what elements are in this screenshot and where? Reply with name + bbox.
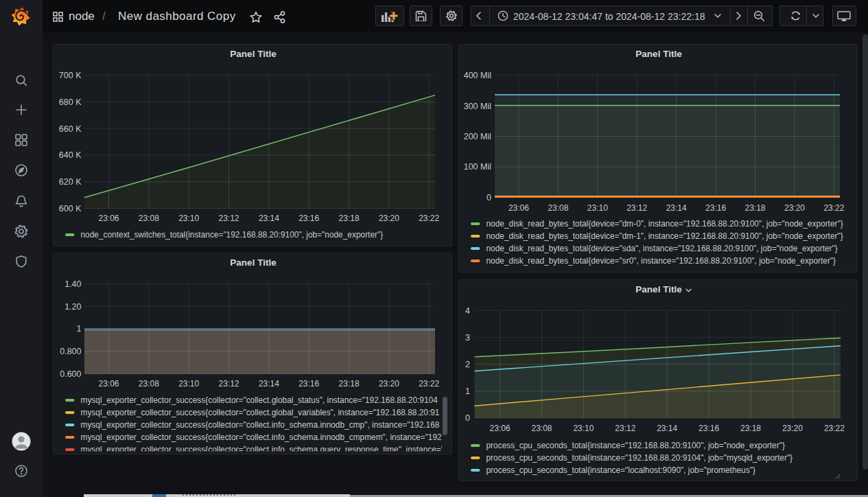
svg-text:node_disk_read_bytes_total{dev: node_disk_read_bytes_total{device="dm-1"…: [486, 231, 843, 241]
svg-text:23:06: 23:06: [508, 203, 529, 213]
svg-text:23:18: 23:18: [339, 379, 360, 389]
svg-text:23:08: 23:08: [531, 424, 552, 433]
svg-text:1.20: 1.20: [64, 302, 81, 312]
svg-text:node_context_switches_total{in: node_context_switches_total{instance="19…: [81, 230, 384, 240]
svg-text:23:22: 23:22: [419, 213, 439, 223]
svg-text:23:16: 23:16: [699, 424, 719, 433]
svg-text:0.600: 0.600: [60, 369, 81, 379]
svg-text:Panel Title: Panel Title: [635, 284, 682, 294]
svg-text:23:10: 23:10: [587, 203, 608, 213]
svg-text:23:10: 23:10: [178, 213, 199, 223]
svg-text:23:14: 23:14: [259, 379, 279, 389]
svg-text:23:08: 23:08: [139, 379, 159, 389]
svg-text:23:08: 23:08: [548, 203, 568, 213]
svg-text:Panel Title: Panel Title: [635, 49, 682, 59]
svg-text:23:20: 23:20: [379, 213, 399, 223]
svg-text:23:12: 23:12: [218, 213, 239, 223]
svg-text:23:18: 23:18: [744, 203, 765, 213]
svg-text:23:16: 23:16: [705, 203, 726, 213]
svg-text:23:12: 23:12: [615, 424, 635, 433]
svg-text:660 K: 660 K: [59, 124, 82, 134]
svg-text:23:10: 23:10: [573, 424, 594, 433]
svg-text:process_cpu_seconds_total{inst: process_cpu_seconds_total{instance="192.…: [486, 441, 785, 450]
svg-text:640 K: 640 K: [59, 150, 82, 160]
svg-text:23:18: 23:18: [339, 213, 360, 223]
svg-text:1: 1: [77, 324, 82, 334]
svg-text:23:10: 23:10: [178, 379, 199, 389]
svg-text:400 Mil: 400 Mil: [464, 71, 491, 80]
svg-text:23:22: 23:22: [823, 203, 844, 213]
svg-text:0.800: 0.800: [60, 347, 81, 356]
svg-text:23:20: 23:20: [784, 203, 805, 213]
svg-text:23:20: 23:20: [379, 379, 399, 389]
svg-text:23:16: 23:16: [298, 379, 319, 389]
svg-text:4: 4: [465, 306, 470, 316]
svg-text:620 K: 620 K: [59, 177, 82, 187]
svg-text:mysql_exporter_collector_succe: mysql_exporter_collector_success{collect…: [81, 420, 440, 430]
svg-text:23:08: 23:08: [139, 213, 159, 223]
svg-text:23:14: 23:14: [259, 213, 279, 223]
svg-text:680 K: 680 K: [59, 97, 82, 107]
svg-text:23:06: 23:06: [98, 379, 119, 389]
svg-text:mysql_exporter_collector_succe: mysql_exporter_collector_success{collect…: [81, 432, 445, 442]
svg-text:23:06: 23:06: [490, 424, 511, 433]
svg-text:Panel Title: Panel Title: [230, 49, 277, 59]
svg-text:process_cpu_seconds_total{inst: process_cpu_seconds_total{instance="loca…: [486, 465, 755, 475]
svg-text:23:22: 23:22: [824, 424, 845, 433]
svg-text:23:16: 23:16: [298, 213, 319, 223]
svg-text:mysql_exporter_collector_succe: mysql_exporter_collector_success{collect…: [81, 395, 438, 405]
svg-text:node_disk_read_bytes_total{dev: node_disk_read_bytes_total{device="sr0",…: [486, 256, 836, 266]
svg-text:23:12: 23:12: [626, 203, 647, 213]
svg-text:23:14: 23:14: [657, 424, 677, 433]
svg-text:23:06: 23:06: [98, 213, 119, 223]
svg-text:23:20: 23:20: [782, 424, 803, 433]
svg-text:process_cpu_seconds_total{inst: process_cpu_seconds_total{instance="192.…: [486, 453, 793, 463]
svg-text:1: 1: [465, 386, 470, 396]
svg-text:23:22: 23:22: [419, 379, 439, 389]
svg-text:23:12: 23:12: [218, 379, 239, 389]
svg-text:300 Mil: 300 Mil: [464, 102, 491, 111]
svg-text:node_disk_read_bytes_total{dev: node_disk_read_bytes_total{device="dm-0"…: [486, 219, 843, 229]
svg-text:0: 0: [486, 193, 491, 203]
svg-text:700 K: 700 K: [59, 71, 82, 80]
svg-text:100 Mil: 100 Mil: [464, 162, 491, 172]
svg-text:23:18: 23:18: [740, 424, 761, 433]
svg-text:node_disk_read_bytes_total{dev: node_disk_read_bytes_total{device="sda",…: [486, 244, 838, 253]
svg-text:0: 0: [465, 413, 470, 423]
svg-text:23:14: 23:14: [666, 203, 687, 213]
svg-text:Panel Title: Panel Title: [230, 257, 277, 268]
svg-text:1.40: 1.40: [64, 279, 81, 289]
svg-text:200 Mil: 200 Mil: [464, 132, 491, 141]
svg-text:2: 2: [465, 360, 470, 369]
svg-text:mysql_exporter_collector_succe: mysql_exporter_collector_success{collect…: [81, 408, 440, 417]
svg-text:3: 3: [465, 333, 470, 343]
svg-text:600 K: 600 K: [59, 204, 82, 213]
